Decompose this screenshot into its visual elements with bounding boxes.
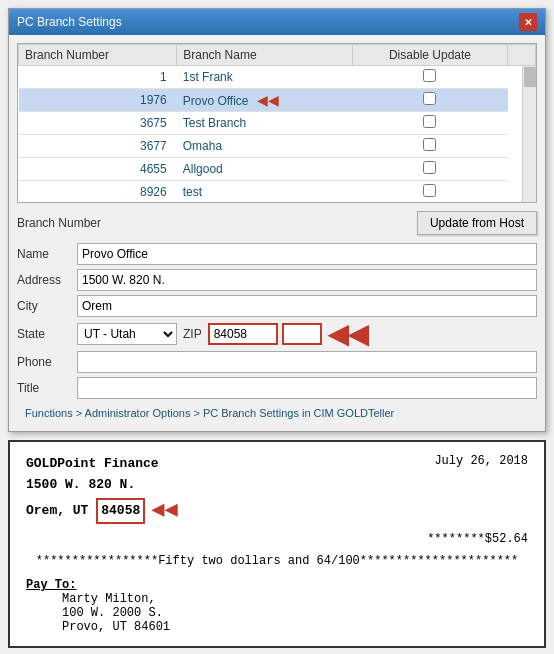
branch-name-cell: Allgood (177, 158, 353, 181)
disable-update-checkbox[interactable] (423, 161, 436, 174)
title-row: Title (17, 377, 537, 399)
table-row[interactable]: 1976Provo Office◀◀ (19, 89, 536, 112)
city-row: City (17, 295, 537, 317)
check-zip: 84058 (101, 503, 140, 518)
disable-update-checkbox[interactable] (423, 184, 436, 197)
check-payto-name: Marty Milton, (62, 592, 156, 606)
pc-branch-settings-dialog: PC Branch Settings ✕ Branch Number Branc… (8, 8, 546, 432)
table-row[interactable]: 3677Omaha (19, 135, 536, 158)
check-payto-indent (26, 592, 55, 606)
zip-red-arrow-icon: ◀◀ (328, 321, 368, 347)
check-space (88, 501, 96, 522)
branch-name-cell: 1st Frank (177, 66, 353, 89)
disable-update-checkbox[interactable] (423, 115, 436, 128)
check-company-name: GOLDPoint Finance (26, 454, 178, 475)
dialog-title: PC Branch Settings (17, 15, 122, 29)
check-red-arrow-icon: ◀◀ (151, 500, 178, 522)
address-input[interactable] (77, 269, 537, 291)
branch-name-cell: test (177, 181, 353, 204)
check-address-block: GOLDPoint Finance 1500 W. 820 N. Orem, U… (26, 454, 178, 524)
col-header-empty (508, 45, 536, 66)
check-city-zip-row: Orem, UT 84058 ◀◀ (26, 498, 178, 525)
branch-number-cell: 3677 (19, 135, 177, 158)
branch-name-cell: Omaha (177, 135, 353, 158)
branch-name-cell: Test Branch (177, 112, 353, 135)
table-row[interactable]: 4655Allgood (19, 158, 536, 181)
check-amount: ********$52.64 (26, 532, 528, 546)
scrollbar-thumb[interactable] (524, 67, 536, 87)
check-payto-block: Pay To: Marty Milton, 100 W. 2000 S. Pro… (26, 578, 528, 634)
state-label: State (17, 327, 77, 341)
check-payto-label: Pay To: (26, 578, 76, 592)
check-date: July 26, 2018 (434, 454, 528, 468)
table-row[interactable]: 11st Frank (19, 66, 536, 89)
disable-update-cell[interactable] (352, 89, 507, 112)
check-payto-address: 100 W. 2000 S. (62, 606, 163, 620)
branch-number-cell: 8926 (19, 181, 177, 204)
check-top-row: GOLDPoint Finance 1500 W. 820 N. Orem, U… (26, 454, 528, 524)
check-area: GOLDPoint Finance 1500 W. 820 N. Orem, U… (8, 440, 546, 648)
zip-extra-input[interactable] (282, 323, 322, 345)
name-row: Name (17, 243, 537, 265)
dialog-titlebar: PC Branch Settings ✕ (9, 9, 545, 35)
disable-update-cell[interactable] (352, 181, 507, 204)
update-from-host-button[interactable]: Update from Host (417, 211, 537, 235)
branch-number-label: Branch Number (17, 216, 101, 230)
branch-table-container: Branch Number Branch Name Disable Update… (17, 43, 537, 203)
check-written-amount: *****************Fifty two dollars and 6… (26, 554, 528, 568)
title-label: Title (17, 381, 77, 395)
branch-number-cell: 4655 (19, 158, 177, 181)
row-selected-arrow-icon: ◀◀ (257, 92, 279, 108)
name-label: Name (17, 247, 77, 261)
city-input[interactable] (77, 295, 537, 317)
close-button[interactable]: ✕ (519, 13, 537, 31)
dialog-body: Branch Number Branch Name Disable Update… (9, 35, 545, 431)
branch-number-cell: 3675 (19, 112, 177, 135)
branch-name-cell: Provo Office◀◀ (177, 89, 353, 112)
branch-number-cell: 1 (19, 66, 177, 89)
branch-number-cell: 1976 (19, 89, 177, 112)
name-input[interactable] (77, 243, 537, 265)
zip-input[interactable] (208, 323, 278, 345)
branch-number-row: Branch Number Update from Host (17, 211, 537, 235)
title-input[interactable] (77, 377, 537, 399)
branch-table: Branch Number Branch Name Disable Update… (18, 44, 536, 203)
phone-row: Phone (17, 351, 537, 373)
table-row[interactable]: 8926test (19, 181, 536, 204)
state-select[interactable]: UT - Utah (77, 323, 177, 345)
col-header-number: Branch Number (19, 45, 177, 66)
disable-update-cell[interactable] (352, 158, 507, 181)
check-payto-indent2 (26, 606, 55, 620)
address-row: Address (17, 269, 537, 291)
city-label: City (17, 299, 77, 313)
address-label: Address (17, 273, 77, 287)
col-header-name: Branch Name (177, 45, 353, 66)
disable-update-cell[interactable] (352, 112, 507, 135)
check-address-line1: 1500 W. 820 N. (26, 475, 178, 496)
check-payto-city: Provo, UT 84601 (62, 620, 170, 634)
disable-update-checkbox[interactable] (423, 69, 436, 82)
phone-input[interactable] (77, 351, 537, 373)
disable-update-checkbox[interactable] (423, 92, 436, 105)
col-header-disable: Disable Update (352, 45, 507, 66)
zip-label: ZIP (183, 327, 202, 341)
breadcrumb[interactable]: Functions > Administrator Options > PC B… (17, 403, 537, 423)
table-row[interactable]: 3675Test Branch (19, 112, 536, 135)
check-zip-highlight: 84058 (96, 498, 145, 525)
disable-update-cell[interactable] (352, 135, 507, 158)
disable-update-checkbox[interactable] (423, 138, 436, 151)
disable-update-cell[interactable] (352, 66, 507, 89)
scrollbar-track[interactable] (522, 66, 536, 202)
phone-label: Phone (17, 355, 77, 369)
check-city-state: Orem, UT (26, 501, 88, 522)
state-zip-row: State UT - Utah ZIP ◀◀ (17, 321, 537, 347)
check-payto-indent3 (26, 620, 55, 634)
